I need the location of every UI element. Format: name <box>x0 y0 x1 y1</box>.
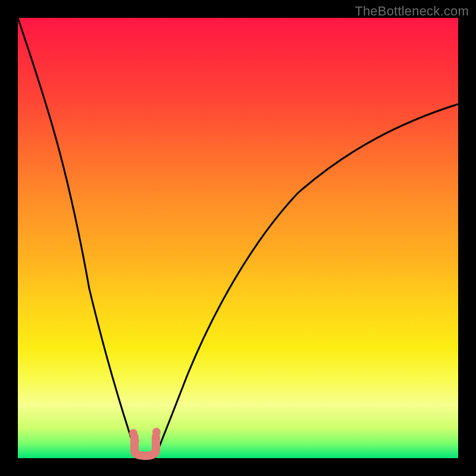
right-curve <box>155 104 458 458</box>
watermark-text: TheBottleneck.com <box>355 4 469 19</box>
curve-layer <box>18 18 458 458</box>
svg-point-0 <box>129 429 137 437</box>
chart-frame: TheBottleneck.com <box>0 0 476 476</box>
valley-blob <box>129 428 161 458</box>
plot-area <box>18 18 458 458</box>
svg-point-3 <box>152 437 159 444</box>
svg-point-1 <box>131 437 139 445</box>
left-curve <box>18 18 137 458</box>
svg-point-2 <box>152 428 161 436</box>
